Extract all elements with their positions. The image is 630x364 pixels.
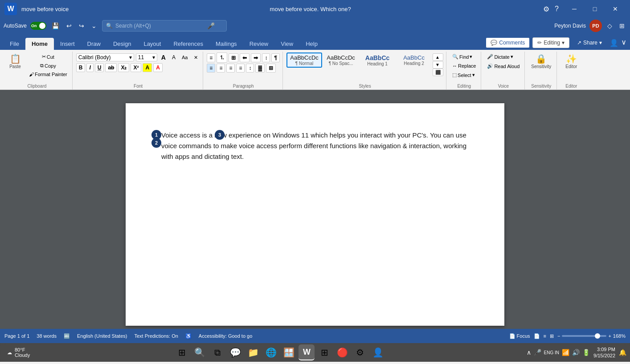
comments-button[interactable]: 💬 Comments	[486, 37, 530, 48]
shading-button[interactable]: ▓	[255, 64, 265, 73]
settings-taskbar-icon[interactable]: ⚙	[352, 344, 368, 360]
sensitivity-button[interactable]: 🔒 Sensitivity	[528, 53, 554, 71]
zoom-level[interactable]: 168%	[613, 333, 626, 339]
styles-down-button[interactable]: ▼	[433, 61, 443, 69]
font-size-selector[interactable]: 11 ▾	[136, 53, 157, 61]
align-right-button[interactable]: ≡	[226, 64, 235, 73]
italic-button[interactable]: I	[86, 63, 93, 72]
editor-group-label[interactable]: Editor	[565, 83, 577, 89]
tab-design[interactable]: Design	[107, 38, 137, 50]
user-avatar[interactable]: PD	[589, 20, 602, 32]
zoom-plus-button[interactable]: +	[608, 333, 611, 339]
zoom-minus-button[interactable]: −	[557, 333, 560, 339]
shrink-font-button[interactable]: A	[170, 53, 178, 62]
paragraph-label[interactable]: Paragraph	[233, 83, 254, 89]
teams-icon[interactable]: 🔴	[334, 344, 350, 360]
tab-home[interactable]: Home	[25, 38, 54, 50]
voice-label[interactable]: Voice	[498, 83, 509, 89]
grow-font-button[interactable]: A	[159, 53, 168, 62]
editing-button[interactable]: ✏ Editing ▾	[532, 37, 569, 48]
share-button[interactable]: ↗ Share ▾	[572, 37, 607, 48]
justify-button[interactable]: ≡	[236, 64, 245, 73]
dev-home-icon[interactable]: ⊞	[316, 344, 332, 360]
clear-format-button[interactable]: ✕	[192, 53, 200, 62]
tab-file[interactable]: File	[4, 38, 25, 50]
show-marks-button[interactable]: ¶	[271, 53, 280, 62]
accessibility-label[interactable]: Accessibility: Good to go	[199, 333, 252, 339]
align-left-button[interactable]: ≡	[207, 64, 215, 73]
layout-icon-3[interactable]: ⊞	[550, 333, 554, 339]
underline-button[interactable]: U	[95, 63, 104, 72]
options-icon[interactable]: ⌄	[90, 21, 98, 30]
settings-icon[interactable]: ⚙	[543, 5, 549, 13]
tab-draw[interactable]: Draw	[81, 38, 107, 50]
tab-mailings[interactable]: Mailings	[209, 38, 243, 50]
find-button[interactable]: 🔍 Find ▾	[450, 53, 475, 61]
save-icon[interactable]: 💾	[50, 21, 61, 30]
profile-icon[interactable]: 👤	[610, 39, 618, 47]
sensitivity-group-label[interactable]: Sensitivity	[531, 83, 551, 89]
focus-button[interactable]: 📄 Focus	[509, 333, 530, 339]
style-heading2[interactable]: AaBbCc Heading 2	[396, 53, 432, 68]
read-aloud-button[interactable]: 🔊 Read Aloud	[485, 62, 522, 70]
designer-icon[interactable]: ◇	[605, 21, 614, 30]
sort-button[interactable]: ↕	[262, 53, 270, 62]
tab-references[interactable]: References	[167, 38, 209, 50]
decrease-indent-button[interactable]: ⬅	[240, 53, 250, 62]
immersive-icon[interactable]: ⊞	[618, 21, 626, 30]
select-button[interactable]: ⬚ Select ▾	[450, 71, 477, 79]
battery-icon[interactable]: 🔋	[582, 349, 590, 356]
tab-view[interactable]: View	[274, 38, 299, 50]
autosave-toggle[interactable]: On	[30, 22, 46, 30]
editing-label[interactable]: Editing	[457, 83, 471, 89]
highlight-button[interactable]: A	[143, 63, 152, 72]
undo-icon[interactable]: ↩	[65, 21, 74, 30]
copy-button[interactable]: ⧉ Copy	[27, 61, 70, 70]
taskview-button[interactable]: ⧉	[209, 344, 225, 360]
font-label[interactable]: Font	[134, 83, 143, 89]
layout-icon-1[interactable]: 📄	[534, 333, 540, 339]
help-icon[interactable]: ?	[555, 5, 559, 13]
change-case-button[interactable]: Aa	[180, 53, 190, 61]
tab-review[interactable]: Review	[243, 38, 275, 50]
tab-insert[interactable]: Insert	[54, 38, 81, 50]
styles-more-button[interactable]: ⬛	[433, 69, 443, 76]
bullets-button[interactable]: ≡	[207, 53, 215, 62]
numbering-button[interactable]: ⒈	[217, 53, 227, 63]
close-button[interactable]: ✕	[605, 0, 626, 18]
align-center-button[interactable]: ≡	[217, 64, 225, 73]
zoom-slider[interactable]	[562, 335, 606, 337]
strikethrough-button[interactable]: ab	[105, 63, 117, 72]
dictate-button[interactable]: 🎤 Dictate ▾	[485, 53, 515, 61]
teams-chat-icon[interactable]: 💬	[227, 344, 243, 360]
search-input[interactable]	[115, 23, 205, 29]
maximize-button[interactable]: □	[585, 0, 605, 18]
tab-layout[interactable]: Layout	[137, 38, 167, 50]
font-color-button[interactable]: A	[153, 63, 163, 72]
weather-widget[interactable]: ☁ 80°F Cloudy	[4, 346, 33, 359]
clipboard-label[interactable]: Clipboard	[27, 83, 46, 89]
file-explorer-icon[interactable]: 📁	[245, 344, 261, 360]
language-label[interactable]: English (United States)	[77, 333, 127, 339]
tab-help[interactable]: Help	[299, 38, 324, 50]
language-icon[interactable]: 🔤	[64, 333, 70, 339]
superscript-button[interactable]: X²	[131, 63, 141, 72]
notification-button[interactable]: 🔔	[619, 349, 626, 356]
word-count[interactable]: 38 words	[37, 333, 57, 339]
redo-icon[interactable]: ↪	[77, 21, 86, 30]
page-info[interactable]: Page 1 of 1	[4, 333, 29, 339]
text-predictions[interactable]: Text Predictions: On	[134, 333, 178, 339]
format-painter-button[interactable]: 🖌 Format Painter	[27, 70, 70, 78]
word-icon[interactable]: W	[299, 344, 315, 360]
line-spacing-button[interactable]: ↕	[246, 64, 254, 73]
bold-button[interactable]: B	[76, 63, 86, 72]
store-icon[interactable]: 🪟	[281, 344, 297, 360]
styles-label[interactable]: Styles	[359, 83, 371, 89]
style-normal[interactable]: AaBbCcDc ¶ Normal	[286, 53, 322, 68]
styles-up-button[interactable]: ▲	[433, 53, 443, 61]
tray-chevron[interactable]: ∧	[527, 349, 531, 356]
language-indicator[interactable]: ENG IN	[544, 350, 559, 355]
people-icon[interactable]: 👤	[370, 344, 386, 360]
minimize-button[interactable]: ─	[564, 0, 585, 18]
font-name-selector[interactable]: Calibri (Body) ▾	[76, 53, 134, 61]
